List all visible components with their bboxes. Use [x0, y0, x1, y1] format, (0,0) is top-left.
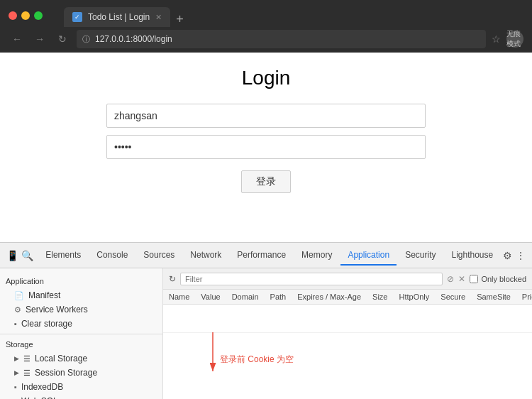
refresh-button[interactable]: ↻: [54, 31, 71, 48]
devtools-sidebar: Application 📄 Manifest ⚙ Service Workers…: [0, 268, 163, 399]
local-storage-list-icon: ☰: [23, 354, 31, 364]
address-bar: ← → ↻ ⓘ ☆ 无痕模式: [0, 26, 532, 53]
forward-button[interactable]: →: [31, 31, 48, 48]
traffic-lights: [9, 11, 43, 20]
password-input[interactable]: [106, 135, 426, 159]
col-value[interactable]: Value: [195, 290, 226, 305]
expand-local-storage-icon: ▶: [14, 355, 19, 362]
devtools-body: Application 📄 Manifest ⚙ Service Workers…: [0, 268, 532, 399]
clear-storage-label: Clear storage: [21, 319, 72, 329]
tab-lighthouse[interactable]: Lighthouse: [444, 246, 500, 266]
back-button[interactable]: ←: [9, 31, 26, 48]
tab-favicon: ✓: [72, 12, 82, 22]
tab-application[interactable]: Application: [340, 246, 397, 266]
page-content: Login 登录: [0, 53, 532, 242]
settings-icon[interactable]: ⚙: [501, 247, 513, 264]
page-title: Login: [242, 67, 291, 89]
sidebar-item-indexeddb[interactable]: ▪ IndexedDB: [0, 380, 162, 394]
active-tab[interactable]: ✓ Todo List | Login ✕: [64, 7, 170, 27]
only-blocked-checkbox-row: Only blocked: [470, 275, 526, 283]
cookie-toolbar: ↻ ⊘ ✕ Only blocked: [163, 268, 532, 290]
url-input[interactable]: [77, 30, 486, 48]
session-storage-list-icon: ☰: [23, 368, 31, 378]
sidebar-item-local-storage[interactable]: ▶ ☰ Local Storage: [0, 351, 162, 366]
tab-memory[interactable]: Memory: [294, 246, 339, 266]
empty-row: [163, 305, 532, 333]
service-workers-label: Service Workers: [26, 305, 88, 315]
tab-sources[interactable]: Sources: [136, 246, 182, 266]
login-button[interactable]: 登录: [241, 170, 291, 193]
maximize-button[interactable]: [34, 11, 43, 20]
service-workers-icon: ⚙: [14, 305, 21, 315]
filter-clear-icon[interactable]: ✕: [458, 274, 465, 284]
title-bar: ✓ Todo List | Login ✕ +: [0, 0, 532, 26]
login-btn-row: 登录: [106, 170, 426, 193]
tab-bar: ✓ Todo List | Login ✕ +: [58, 6, 523, 27]
only-blocked-label: Only blocked: [481, 275, 526, 283]
sidebar-item-service-workers[interactable]: ⚙ Service Workers: [0, 302, 162, 317]
tab-console[interactable]: Console: [89, 246, 135, 266]
expand-session-storage-icon: ▶: [14, 369, 19, 376]
cookie-table-area: Name Value Domain Path Expires / Max-Age…: [163, 290, 532, 399]
divider-1: [0, 334, 162, 334]
web-sql-label: Web SQL: [21, 396, 58, 399]
cookie-table: Name Value Domain Path Expires / Max-Age…: [163, 290, 532, 333]
col-priority[interactable]: Priority: [516, 290, 532, 305]
local-storage-label: Local Storage: [35, 354, 87, 364]
cookie-table-header: Name Value Domain Path Expires / Max-Age…: [163, 290, 532, 305]
session-storage-label: Session Storage: [35, 368, 97, 378]
tab-network[interactable]: Network: [183, 246, 228, 266]
tab-close-icon[interactable]: ✕: [155, 13, 162, 22]
col-domain[interactable]: Domain: [226, 290, 265, 305]
cookie-refresh-button[interactable]: ↻: [169, 274, 176, 284]
indexeddb-icon: ▪: [14, 383, 17, 391]
indexeddb-label: IndexedDB: [21, 382, 63, 392]
cookie-filter-input[interactable]: [180, 273, 443, 285]
bookmark-icon[interactable]: ☆: [492, 33, 501, 45]
col-secure[interactable]: Secure: [435, 290, 471, 305]
browser-chrome: ✓ Todo List | Login ✕ + ← → ↻ ⓘ ☆ 无痕模式: [0, 0, 532, 53]
more-icon[interactable]: ⋮: [515, 247, 526, 264]
tab-performance[interactable]: Performance: [230, 246, 293, 266]
sidebar-item-web-sql[interactable]: ▪ Web SQL: [0, 394, 162, 399]
cookie-empty-annotation: 登录前 Cookie 为空: [220, 354, 294, 366]
tab-title: Todo List | Login: [88, 12, 150, 22]
login-form: 登录: [106, 104, 426, 193]
section-storage: Storage: [0, 337, 162, 351]
profile-button[interactable]: 无痕模式: [506, 31, 523, 48]
cookie-panel: ↻ ⊘ ✕ Only blocked Name Value Domain: [163, 268, 532, 399]
col-expires[interactable]: Expires / Max-Age: [292, 290, 367, 305]
new-tab-button[interactable]: +: [170, 12, 189, 27]
col-path[interactable]: Path: [265, 290, 292, 305]
col-size[interactable]: Size: [367, 290, 393, 305]
clear-storage-icon: ▪: [14, 319, 17, 328]
tab-security[interactable]: Security: [398, 246, 443, 266]
sidebar-item-manifest[interactable]: 📄 Manifest: [0, 288, 162, 302]
sidebar-item-clear-storage[interactable]: ▪ Clear storage: [0, 317, 162, 331]
col-name[interactable]: Name: [163, 290, 195, 305]
minimize-button[interactable]: [21, 11, 30, 20]
close-button[interactable]: [9, 11, 17, 20]
address-right: 无痕模式: [506, 31, 523, 48]
lock-icon: ⓘ: [82, 34, 90, 45]
col-httponly[interactable]: HttpOnly: [394, 290, 436, 305]
username-input[interactable]: [106, 104, 426, 128]
manifest-label: Manifest: [28, 290, 60, 300]
filter-cancel-icon[interactable]: ⊘: [447, 274, 454, 284]
sidebar-item-session-storage[interactable]: ▶ ☰ Session Storage: [0, 366, 162, 380]
devtools-inspect-toggle[interactable]: 🔍: [21, 247, 34, 264]
manifest-icon: 📄: [14, 291, 24, 300]
profile-icon: 无痕模式: [506, 29, 523, 49]
section-application: Application: [0, 274, 162, 288]
devtools-panel: 📱 🔍 Elements Console Sources Network Per…: [0, 242, 532, 399]
only-blocked-checkbox[interactable]: [470, 275, 478, 283]
tab-elements[interactable]: Elements: [38, 246, 88, 266]
devtools-device-toggle[interactable]: 📱: [6, 247, 19, 264]
devtools-tabs: 📱 🔍 Elements Console Sources Network Per…: [0, 243, 532, 268]
col-samesite[interactable]: SameSite: [471, 290, 516, 305]
